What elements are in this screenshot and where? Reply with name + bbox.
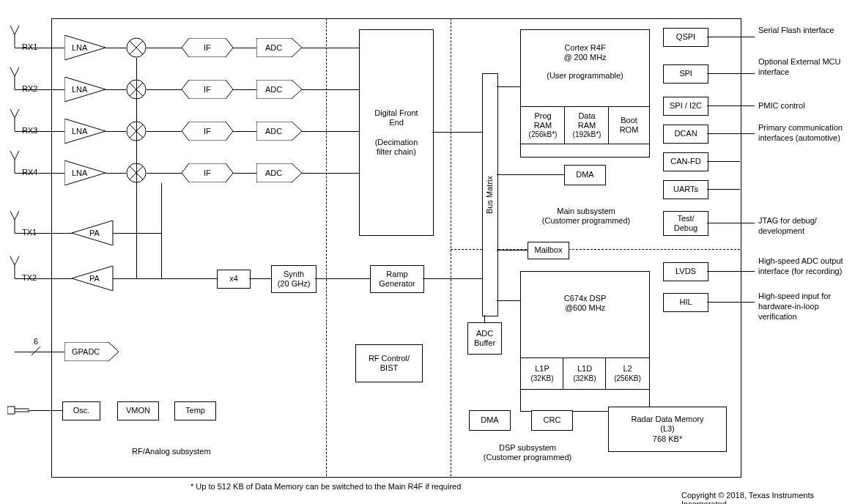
rfctl-label: RF Control/ <box>369 354 410 363</box>
prog-ram-block: Prog RAM (256kB*) <box>520 106 566 144</box>
radar-label: 768 KB* <box>653 434 682 444</box>
dataram-label: (192kB*) <box>573 130 602 139</box>
if-1: IF <box>182 38 233 57</box>
lna-1: LNA <box>64 35 108 60</box>
qspi-block: QSPI <box>663 28 708 47</box>
rf-analog-section-label: RF/Analog subsystem <box>132 447 211 456</box>
svg-text:IF: IF <box>204 85 211 94</box>
temp-label: Temp <box>185 406 205 415</box>
rfctl-label: BIST <box>380 363 398 373</box>
vmon-label: VMON <box>126 406 150 415</box>
ramp-block: Ramp Generator <box>370 265 424 293</box>
antenna-icon <box>7 256 22 278</box>
uarts-block: UARTs <box>663 180 708 199</box>
svg-text:IF: IF <box>204 168 211 177</box>
copyright: Copyright © 2018, Texas Instruments Inco… <box>681 491 857 504</box>
pa-1: PA <box>72 220 116 245</box>
ramp-label: Generator <box>379 279 415 289</box>
data-ram-block: Data RAM (192kB*) <box>564 106 610 144</box>
lna-3: LNA <box>64 119 108 144</box>
dcan-label: DCAN <box>674 129 697 138</box>
l2-label: L2 <box>623 364 632 374</box>
adc-3: ADC <box>256 122 302 141</box>
if-3: IF <box>182 122 233 141</box>
footnote: * Up to 512 KB of Data Memory can be swi… <box>190 482 461 491</box>
qspi-label: QSPI <box>676 32 695 42</box>
gpadc-count: 6 <box>34 337 38 346</box>
program-label: (256kB*) <box>529 130 558 139</box>
adcbuf-label: Buffer <box>474 338 495 348</box>
main-subsystem-label: Main subsystem (Customer programmed) <box>535 207 637 226</box>
cortex-label: (User programmable) <box>547 71 623 81</box>
svg-text:LNA: LNA <box>72 127 88 136</box>
svg-text:GPADC: GPADC <box>72 347 100 356</box>
dfe-label: (Decimation <box>375 138 418 147</box>
lna-2: LNA <box>64 77 108 102</box>
dma-dsp-label: DMA <box>481 415 498 425</box>
dcan-block: DCAN <box>663 125 708 144</box>
x4-block: x4 <box>217 270 251 289</box>
test-label: Test/ <box>677 214 694 223</box>
svg-text:IF: IF <box>204 127 211 136</box>
dma-dsp-block: DMA <box>469 410 511 431</box>
hil-label: HIL <box>679 297 692 307</box>
svg-text:ADC: ADC <box>265 127 282 136</box>
annot-hil: High-speed input for hardware-in-loop ve… <box>758 292 857 322</box>
osc-label: Osc. <box>73 406 90 415</box>
lna-4: LNA <box>64 160 108 185</box>
svg-text:IF: IF <box>204 43 211 52</box>
program-label: RAM <box>534 121 552 130</box>
l2-block: L2 (256KB) <box>605 357 650 390</box>
if-4: IF <box>182 163 233 182</box>
program-label: Prog <box>534 111 551 121</box>
canfd-label: CAN-FD <box>670 157 701 166</box>
rfctl-block: RF Control/ BIST <box>355 344 423 382</box>
synth-block: Synth (20 GHz) <box>271 265 317 293</box>
canfd-block: CAN-FD <box>663 152 708 171</box>
svg-text:ADC: ADC <box>265 43 282 52</box>
dataram-label: Data <box>578 111 595 121</box>
annot-spii2c: PMIC control <box>758 101 805 111</box>
svg-text:LNA: LNA <box>72 168 88 177</box>
pa-2: PA <box>72 266 116 291</box>
svg-rect-34 <box>7 407 15 414</box>
hil-block: HIL <box>663 293 708 312</box>
divider-1 <box>326 18 327 476</box>
antenna-icon <box>7 26 22 48</box>
oscillator-input-icon <box>7 403 29 419</box>
cortex-label: @ 200 MHz <box>563 53 606 62</box>
dsp-label: C674x DSP <box>564 294 606 303</box>
dataram-label: RAM <box>578 121 596 130</box>
radar-label: Radar Data Memory <box>631 415 703 424</box>
radar-mem-block: Radar Data Memory (L3) 768 KB* <box>608 407 727 452</box>
l2-label: (256KB) <box>614 374 641 383</box>
radar-label: (L3) <box>660 424 675 434</box>
divider-2 <box>451 18 451 476</box>
test-debug-block: Test/ Debug <box>663 211 708 236</box>
dsp-subsystem-label: DSP subsystem (Customer programmed) <box>469 443 586 462</box>
crc-block: CRC <box>531 410 573 431</box>
l1d-label: (32KB) <box>573 374 596 383</box>
mixer-1 <box>126 37 147 58</box>
antenna-icon <box>7 151 22 173</box>
l1d-block: L1D (32KB) <box>563 357 607 390</box>
boot-rom-block: Boot ROM <box>608 106 650 144</box>
x4-label: x4 <box>229 274 238 284</box>
antenna-icon <box>7 67 22 89</box>
spii2c-label: SPI / I2C <box>670 101 702 111</box>
annot-spi: Optional External MCU interface <box>758 57 857 78</box>
synth-label: (20 GHz) <box>278 279 311 289</box>
svg-text:LNA: LNA <box>72 43 88 52</box>
svg-text:PA: PA <box>89 274 100 283</box>
bus-matrix: Bus Matrix <box>482 73 498 316</box>
spi-block: SPI <box>663 64 708 84</box>
vmon-block: VMON <box>117 401 159 420</box>
osc-block: Osc. <box>62 401 100 420</box>
block-diagram: RX1 RX2 RX3 RX4 TX1 TX2 LNA LNA LNA LNA <box>7 7 857 498</box>
temp-block: Temp <box>174 401 216 420</box>
l1p-label: (32KB) <box>530 374 553 383</box>
spi-i2c-block: SPI / I2C <box>663 97 708 116</box>
annot-dcan: Primary communication interfaces (automo… <box>758 123 857 144</box>
svg-text:PA: PA <box>89 229 100 237</box>
svg-text:ADC: ADC <box>265 168 282 177</box>
